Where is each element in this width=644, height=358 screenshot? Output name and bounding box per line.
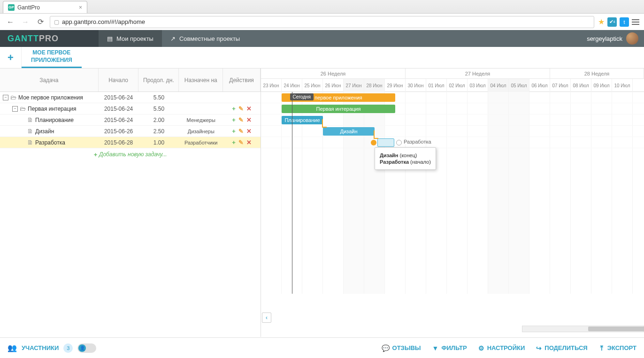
task-assigned (179, 92, 223, 103)
gantt-body[interactable]: первое приложенияСегодняПервая интерация… (261, 92, 644, 294)
task-grid-pane: Задача Начало Продол. дн. Назначен на Де… (0, 69, 261, 337)
address-bar[interactable]: ▢ app.ganttpro.com/#!/app/home (50, 16, 594, 28)
share-arrow-icon: ↪ (536, 344, 542, 352)
task-row[interactable]: 🗎Разработка2015-06-281.00Разработчики+✎✕ (0, 137, 261, 148)
task-assigned: Менеджеры (179, 114, 223, 125)
extension-icon-1[interactable]: ✔4 (607, 17, 617, 27)
week-header: 28 Неделя (550, 69, 644, 78)
collapse-left-pane-button[interactable]: ‹ (262, 312, 271, 323)
close-tab-icon[interactable]: × (79, 4, 82, 11)
task-name: Первая интерация (28, 106, 77, 112)
day-header: 08 Июл (571, 79, 591, 92)
day-header: 24 Июн (282, 79, 302, 92)
browser-tab[interactable]: GP GanttPro × (3, 1, 87, 13)
edit-action-icon[interactable]: ✎ (238, 128, 244, 135)
members-toggle[interactable]: 👤 (77, 343, 96, 353)
gantt-bar-design[interactable]: Дизайн (323, 127, 375, 136)
task-start: 2015-06-24 (99, 114, 139, 125)
del-action-icon[interactable]: ✕ (246, 139, 252, 146)
file-icon: 🗎 (27, 116, 33, 123)
edit-action-icon[interactable]: ✎ (238, 105, 244, 112)
day-header: 06 Июл (529, 79, 550, 92)
browser-tab-title: GanttPro (17, 4, 40, 11)
task-start: 2015-06-26 (99, 126, 139, 137)
week-header: 27 Неделя (406, 69, 550, 78)
tree-toggle-icon[interactable]: − (3, 95, 8, 100)
del-action-icon[interactable]: ✕ (246, 116, 252, 123)
gantt-bar-iteration[interactable]: Первая интерация (282, 105, 395, 113)
reviews-button[interactable]: 💬ОТЗЫВЫ (382, 344, 421, 352)
gantt-bar-dev[interactable] (377, 138, 394, 147)
filter-button[interactable]: ▼ФИЛЬТР (432, 344, 467, 352)
plus-action-icon[interactable]: + (232, 116, 236, 123)
day-header: 09 Июл (591, 79, 612, 92)
day-header: 27 Июн (344, 79, 364, 92)
day-header: 05 Июл (509, 79, 529, 92)
del-action-icon[interactable]: ✕ (246, 128, 252, 135)
project-tabs: + МОЕ ПЕРВОЕ ПРИЛОЖЕНИЯ (0, 47, 644, 69)
task-duration: 5.50 (139, 103, 179, 114)
task-name: Разработка (35, 139, 65, 146)
plus-action-icon[interactable]: + (232, 139, 236, 146)
task-row[interactable]: −🗁Первая интерация2015-06-245.50+✎✕ (0, 103, 261, 114)
user-menu[interactable]: sergeylaptick (587, 32, 644, 45)
reload-button[interactable]: ⟳ (35, 16, 46, 28)
toggle-knob-icon: 👤 (78, 344, 86, 352)
scrollbar-thumb[interactable] (588, 327, 644, 331)
forward-button[interactable]: → (20, 16, 31, 28)
bookmark-star-icon[interactable]: ★ (598, 17, 605, 26)
footer-toolbar: 👥 УЧАСТНИКИ 3 👤 💬ОТЗЫВЫ ▼ФИЛЬТР ⚙НАСТРОЙ… (0, 337, 644, 358)
members-icon: 👥 (8, 343, 17, 352)
add-project-button[interactable]: + (0, 47, 22, 68)
del-action-icon[interactable]: ✕ (246, 105, 252, 112)
file-icon: 🗎 (27, 128, 33, 135)
day-header: 07 Июл (550, 79, 571, 92)
browser-menu-icon[interactable] (632, 19, 639, 25)
col-header-start: Начало (99, 69, 139, 91)
dependency-link (374, 130, 378, 139)
task-name: Планирование (35, 117, 74, 123)
task-duration: 2.50 (139, 126, 179, 137)
task-actions: +✎✕ (223, 126, 261, 137)
horizontal-scrollbar[interactable] (522, 326, 644, 332)
task-actions: +✎✕ (223, 114, 261, 125)
project-tab-active[interactable]: МОЕ ПЕРВОЕ ПРИЛОЖЕНИЯ (22, 47, 82, 68)
plus-icon: + (93, 151, 97, 158)
add-task-row[interactable]: + Добавить новую задачу... (0, 148, 261, 160)
day-header: 23 Июн (261, 79, 282, 92)
share-button[interactable]: ↪ПОДЕЛИТЬСЯ (536, 344, 587, 352)
twitter-extension-icon[interactable]: t (620, 17, 629, 27)
settings-button[interactable]: ⚙НАСТРОЙКИ (478, 344, 525, 352)
app-logo[interactable]: GANTTPRO (0, 30, 99, 47)
day-header: 10 Июл (612, 79, 633, 92)
tab-shared-projects[interactable]: ↗ Совместные проекты (162, 30, 248, 47)
day-header: 03 Июл (468, 79, 488, 92)
task-row[interactable]: 🗎Планирование2015-06-242.00Менеджеры+✎✕ (0, 114, 261, 126)
export-button[interactable]: ⤒ЭКСПОРТ (599, 344, 636, 352)
plus-action-icon[interactable]: + (232, 105, 236, 112)
folder-icon: 🗁 (10, 94, 16, 101)
members-label[interactable]: УЧАСТНИКИ (22, 344, 59, 351)
task-row[interactable]: −🗁Мое первое приложения2015-06-245.50 (0, 92, 261, 103)
task-actions (223, 92, 261, 103)
edit-action-icon[interactable]: ✎ (238, 116, 244, 123)
edit-action-icon[interactable]: ✎ (238, 139, 244, 146)
today-line (292, 92, 292, 294)
link-endpoint-icon[interactable] (371, 140, 376, 145)
task-assigned: Разработчики (179, 137, 223, 148)
day-header: 28 Июн (364, 79, 385, 92)
app-header: GANTTPRO ▤ Мои проекты ↗ Совместные прое… (0, 30, 644, 47)
task-row[interactable]: 🗎Дизайн2015-06-262.50Дизайнеры+✎✕ (0, 126, 261, 137)
task-assigned: Дизайнеры (179, 126, 223, 137)
tree-toggle-icon[interactable]: − (12, 106, 18, 112)
task-actions: +✎✕ (223, 103, 261, 114)
tab-my-projects[interactable]: ▤ Мои проекты (99, 30, 162, 47)
back-button[interactable]: ← (5, 16, 16, 28)
progress-handle-icon[interactable] (396, 140, 402, 145)
col-header-duration: Продол. дн. (138, 69, 179, 91)
document-icon: ▤ (107, 35, 113, 42)
task-name: Дизайн (35, 128, 54, 135)
plus-action-icon[interactable]: + (232, 128, 236, 135)
file-icon: 🗎 (27, 139, 33, 146)
gantt-bar-plan[interactable]: Планирование (282, 116, 323, 124)
